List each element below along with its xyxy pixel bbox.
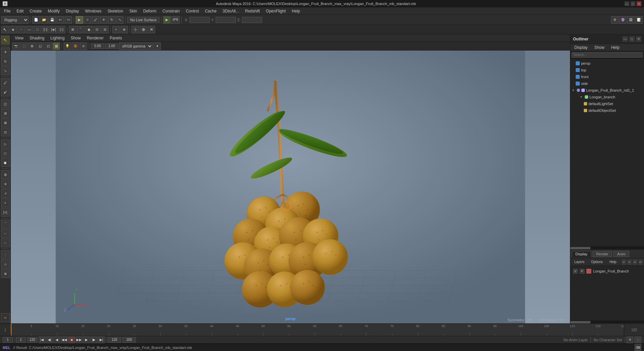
scale-transform-button[interactable]: ✕ (148, 26, 155, 33)
vp-gamma-select[interactable]: sRGB gamma (119, 42, 153, 50)
outliner-close-button[interactable]: ✕ (636, 36, 641, 42)
range-start-field[interactable] (16, 337, 26, 343)
object-select-button[interactable]: [◈] (50, 26, 57, 33)
range-max-field[interactable] (108, 337, 121, 343)
outliner-horizontal-scrollbar[interactable] (570, 247, 644, 249)
go-start-button[interactable]: |◀ (39, 337, 45, 343)
vp-smooth-button[interactable]: ◰ (44, 42, 52, 50)
outliner-item-front[interactable]: front (570, 73, 644, 80)
layers-menu[interactable]: Layers (572, 259, 587, 264)
viewport-menu-renderer[interactable]: Renderer (84, 35, 106, 41)
play-button[interactable]: ▶▶ (76, 337, 82, 343)
play-back-button[interactable]: ◀◀ (61, 337, 68, 343)
display-help-menu[interactable]: Help (607, 259, 619, 264)
prev-key-button[interactable]: ◀| (46, 337, 53, 343)
next-frame-button[interactable]: ▶ (83, 337, 90, 343)
menu-control[interactable]: Control (183, 8, 202, 14)
edge-select-button[interactable]: — (26, 26, 33, 33)
viewport-menu-lighting[interactable]: Lighting (48, 35, 67, 41)
vp-light-button[interactable]: 💡 (64, 42, 71, 50)
menu-cache[interactable]: Cache (202, 8, 219, 14)
minimize-button[interactable]: — (624, 1, 629, 6)
vertex-select-button[interactable]: ◦ (17, 26, 25, 33)
move-left-button[interactable]: ✛ (1, 47, 10, 56)
timeline[interactable]: 1 15101520253035404550556065707580859095… (0, 323, 644, 336)
current-frame-field[interactable] (3, 337, 13, 343)
snap-curve-button[interactable]: ⌒ (77, 26, 84, 33)
vp-gamma-toggle[interactable]: ▾ (153, 42, 161, 50)
snap-point-button[interactable]: ◉ (85, 26, 93, 33)
scale-tool-button[interactable]: ⤡ (116, 16, 123, 24)
next-key-button[interactable]: |▶ (91, 337, 97, 343)
outliner-scroll-thumb[interactable] (570, 247, 591, 249)
curve-left-2[interactable]: ⌣ (1, 229, 10, 238)
paint-select-button[interactable]: 🖊 (92, 16, 99, 24)
timeline-ruler[interactable]: 1510152025303540455055606570758085909510… (11, 324, 624, 336)
vp-camera-button[interactable]: 📷 (12, 42, 20, 50)
range-max2-field[interactable] (122, 337, 136, 343)
render-left-2[interactable]: ⬡ (1, 149, 10, 158)
layer-panel-scroll-thumb[interactable] (570, 321, 591, 323)
menu-edit[interactable]: Edit (14, 8, 26, 14)
layer-close-button[interactable]: ↩ (639, 259, 643, 265)
manip-left-button[interactable]: ✛ (1, 180, 10, 188)
viewport-menu-panels[interactable]: Panels (107, 35, 125, 41)
menu-deform[interactable]: Deform (141, 8, 159, 14)
misc-left-2[interactable]: ⊹ (1, 260, 10, 268)
layer-action-button[interactable]: ↩ (633, 259, 637, 265)
stop-button[interactable]: ■ (68, 337, 75, 343)
undo-button[interactable]: ↩ (57, 16, 64, 24)
paint-left-button[interactable]: 🖌 (1, 88, 10, 96)
layer-options-button[interactable]: ↩ (628, 259, 632, 265)
viewport-menu-show[interactable]: Show (68, 35, 83, 41)
manipulator-button[interactable]: + (112, 26, 120, 33)
misc-left-1[interactable]: ⋮ (1, 250, 10, 259)
face-select-button[interactable]: □ (34, 26, 41, 33)
render-left-1[interactable]: ▷ (1, 139, 10, 148)
layer-panel-scrollbar[interactable] (570, 321, 644, 323)
sculpt-left-button[interactable]: 🖊 (1, 78, 10, 87)
render-left-3[interactable]: ⬢ (1, 158, 10, 167)
misc-left-3[interactable]: ⊗ (1, 269, 10, 278)
vp-value-field[interactable] (91, 43, 104, 49)
close-button[interactable]: ✕ (637, 1, 641, 6)
menu-display[interactable]: Display (63, 8, 81, 14)
menu-redshift[interactable]: Redshift (242, 8, 262, 14)
rotate-transform-button[interactable]: ⊕ (140, 26, 147, 33)
z-field[interactable] (242, 17, 262, 23)
outliner-item-persp[interactable]: persp (570, 60, 644, 67)
uvshell-select-button[interactable]: [□] (42, 26, 49, 33)
vp-ao-button[interactable]: ⊙ (80, 42, 87, 50)
outliner-menu-display[interactable]: Display (572, 44, 590, 51)
hier-select-button[interactable]: [↕] (58, 26, 65, 33)
maya-logo-button[interactable]: M (1, 313, 10, 322)
menu-help[interactable]: Help (289, 8, 303, 14)
outliner-item-top[interactable]: top (570, 67, 644, 73)
tab-render[interactable]: Render (593, 251, 612, 257)
vp-wireframe-button[interactable]: ◱ (36, 42, 44, 50)
tab-anim[interactable]: Anim (613, 251, 629, 257)
select-arrow-button[interactable]: ↖ (1, 26, 9, 33)
rotate-tool-button[interactable]: ↻ (108, 16, 115, 24)
snap-grid-button[interactable]: ⊞ (69, 26, 76, 33)
display-left-3[interactable]: ⊠ (1, 118, 10, 127)
snap-surface-button[interactable]: ⊡ (93, 26, 101, 33)
display-left-1[interactable]: ◫ (1, 99, 10, 108)
vp-filmgate-button[interactable]: ⬚ (20, 42, 28, 50)
outliner-item-default-lightset[interactable]: defaultLightSet (570, 100, 644, 107)
layer-v-toggle[interactable]: V (573, 269, 578, 274)
move-transform-button[interactable]: ⊹ (132, 26, 139, 33)
y-field[interactable] (216, 17, 236, 23)
outliner-item-default-objectset[interactable]: defaultObjectSet (570, 107, 644, 114)
menu-file[interactable]: File (1, 8, 13, 14)
script-editor-open-button[interactable]: ⌨ (635, 344, 641, 351)
outliner-item-longan-root[interactable]: ▼ Longan_Fruit_Branch_nd1_1 (570, 87, 644, 94)
menu-modify[interactable]: Modify (45, 8, 62, 14)
curve-left-1[interactable]: ⌒ (1, 220, 10, 228)
layer-color-swatch[interactable] (586, 269, 591, 274)
x-field[interactable] (189, 17, 210, 23)
outliner-menu-help[interactable]: Help (608, 44, 622, 51)
arrow-left-button[interactable]: ↗ (1, 189, 10, 198)
autokey-button[interactable]: ⚫ (635, 337, 641, 343)
menu-create[interactable]: Create (27, 8, 44, 14)
